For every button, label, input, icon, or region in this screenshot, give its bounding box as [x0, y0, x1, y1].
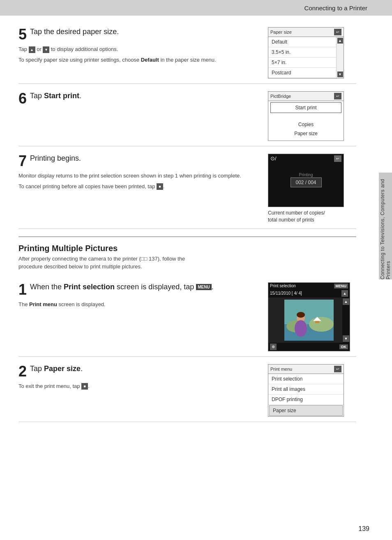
step-5-heading: 5 Tap the desired paper size. — [18, 27, 260, 42]
paper-size-back-btn[interactable]: ↩ — [334, 29, 341, 35]
step-7-line-2: To cancel printing before all copies hav… — [18, 182, 260, 191]
step-7-section: 7 Printing begins. Monitor display retur… — [18, 146, 356, 229]
step-1b-line-1: The Print menu screen is displayed. — [18, 300, 260, 309]
ps-date: Print selection — [270, 284, 296, 288]
print-menu-title: Print menu — [270, 367, 292, 372]
main-content: 5 Tap the desired paper size. Tap ▲ or ▼… — [0, 16, 379, 438]
paper-size-screen-wrapper: Paper size ↩ Default 3.5×5 in. 5×7 in. P… — [268, 27, 356, 78]
copies-item[interactable]: Copies — [268, 120, 344, 129]
menu-btn-inline: MENU — [196, 284, 211, 290]
ps-up-btn[interactable]: ▲ — [341, 290, 348, 297]
step-2b-section: 2 Tap Paper size. To exit the print menu… — [18, 357, 356, 422]
cancel-icon: ■ — [157, 183, 163, 190]
ps-zoom-btn[interactable]: ⊕ — [270, 344, 277, 350]
ps-ok-btn[interactable]: OK — [339, 344, 348, 349]
exit-icon: ■ — [81, 383, 88, 390]
ps-right-sidebar: ▲ ▼ — [342, 298, 350, 343]
ps-image-svg — [284, 300, 334, 341]
step-1b-number: 1 — [18, 282, 27, 297]
ps-sidebar-down[interactable]: ▼ — [343, 335, 349, 342]
start-print-item[interactable]: Start print — [270, 102, 341, 113]
svg-point-7 — [295, 320, 307, 337]
step-1b-heading: 1 When the Print selection screen is dis… — [18, 282, 260, 297]
paper-size-postcard[interactable]: Postcard — [268, 68, 336, 78]
print-menu-back-btn[interactable]: ↩ — [334, 366, 341, 372]
step-6-heading: 6 Tap Start print. — [18, 91, 260, 106]
step-5-body: Tap ▲ or ▼ to display additional options… — [18, 45, 260, 64]
ps-date-row: 15/11/2010 [ 4/ 4] ▲ — [268, 289, 350, 298]
page-number: 139 — [358, 525, 369, 533]
printing-label: Printing — [299, 173, 313, 177]
printing-back-btn[interactable]: ↩ — [334, 155, 341, 162]
section-divider — [18, 236, 356, 237]
paper-size-items: Default 3.5×5 in. 5×7 in. Postcard — [268, 37, 336, 78]
paper-size-screen: Paper size ↩ Default 3.5×5 in. 5×7 in. P… — [268, 27, 344, 78]
print-menu-header: Print menu ↩ — [268, 365, 344, 374]
pm-print-selection[interactable]: Print selection — [268, 374, 344, 384]
step-6-number: 6 — [18, 91, 27, 106]
printing-counter: 002 / 004 — [290, 178, 321, 187]
ps-footer: ⊕ OK — [268, 343, 350, 351]
camera-status-icon: ⊙/ — [270, 155, 277, 162]
ps-date-value: 15/11/2010 [ 4/ 4] — [270, 291, 302, 295]
print-menu-screen: Print menu ↩ Print selection Print all i… — [268, 364, 344, 417]
svg-point-8 — [297, 312, 305, 318]
pictbridge-screen: PictBridge ↩ Start print Copies Paper si… — [268, 91, 344, 141]
section-title: Printing Multiple Pictures — [18, 244, 356, 253]
step-1b-section: 1 When the Print selection screen is dis… — [18, 275, 356, 357]
scroll-up-arrow[interactable]: ▲ — [337, 38, 343, 44]
step-7-body: Monitor display returns to the print sel… — [18, 172, 260, 190]
svg-rect-5 — [315, 321, 319, 323]
paper-size-screen-header: Paper size ↩ — [268, 28, 344, 37]
step-2b-right: Print menu ↩ Print selection Print all i… — [268, 364, 356, 417]
right-tab-label: Connecting to Televisions, Computers and… — [380, 173, 391, 279]
up-icon: ▲ — [29, 46, 35, 53]
pm-dpof[interactable]: DPOF printing — [268, 395, 344, 405]
step-5-body-line-2: To specify paper size using printer sett… — [18, 56, 260, 64]
step-7-heading: 7 Printing begins. — [18, 154, 260, 168]
right-side-tab: Connecting to Televisions, Computers and… — [379, 173, 392, 279]
step-7-right: ⊙/ ↩ Printing 002 / 004 Current number o… — [268, 154, 356, 224]
ps-header: Print selection MENU — [268, 283, 350, 289]
step-6-right: PictBridge ↩ Start print Copies Paper si… — [268, 91, 356, 141]
step-5-section: 5 Tap the desired paper size. Tap ▲ or ▼… — [18, 20, 356, 84]
ps-header-left: Print selection — [270, 284, 296, 288]
step-2b-left: 2 Tap Paper size. To exit the print menu… — [18, 364, 260, 417]
step-5-right: Paper size ↩ Default 3.5×5 in. 5×7 in. P… — [268, 27, 356, 78]
paper-size-5x7[interactable]: 5×7 in. — [268, 58, 336, 68]
print-selection-screen: Print selection MENU 15/11/2010 [ 4/ 4] … — [268, 282, 350, 351]
step-7-line-1: Monitor display returns to the print sel… — [18, 172, 260, 180]
svg-point-3 — [309, 317, 334, 332]
step-1b-right: Print selection MENU 15/11/2010 [ 4/ 4] … — [268, 282, 356, 351]
step-5-body-line-1: Tap ▲ or ▼ to display additional options… — [18, 45, 260, 53]
down-icon: ▼ — [43, 46, 49, 53]
header-title: Connecting to a Printer — [304, 5, 367, 12]
pictbridge-title: PictBridge — [270, 94, 291, 99]
section-intro: After properly connecting the camera to … — [18, 255, 356, 271]
header-bar: Connecting to a Printer — [0, 0, 392, 16]
step-5-left: 5 Tap the desired paper size. Tap ▲ or ▼… — [18, 27, 260, 78]
step-2b-heading: 2 Tap Paper size. — [18, 364, 260, 379]
pm-print-all[interactable]: Print all images — [268, 384, 344, 395]
step-6-left: 6 Tap Start print. — [18, 91, 260, 141]
papersize-item[interactable]: Paper size — [268, 129, 344, 138]
printing-top-bar: ⊙/ ↩ — [268, 154, 344, 163]
step-6-section: 6 Tap Start print. PictBridge ↩ Start pr… — [18, 84, 356, 146]
paper-size-body: Default 3.5×5 in. 5×7 in. Postcard ▲ ▼ — [268, 37, 344, 78]
ps-menu-btn[interactable]: MENU — [334, 284, 348, 288]
step-5-number: 5 — [18, 27, 27, 42]
step-7-number: 7 — [18, 154, 27, 168]
step-1b-left: 1 When the Print selection screen is dis… — [18, 282, 260, 351]
pictbridge-header: PictBridge ↩ — [268, 92, 344, 101]
scroll-down-arrow[interactable]: ▼ — [337, 72, 343, 77]
printing-screen: ⊙/ ↩ Printing 002 / 004 — [268, 154, 344, 207]
step-2b-body: To exit the print menu, tap ■. — [18, 382, 260, 390]
paper-size-default[interactable]: Default — [268, 37, 336, 47]
paper-size-scrollbar: ▲ ▼ — [336, 37, 344, 78]
paper-size-3x5[interactable]: 3.5×5 in. — [268, 47, 336, 58]
paper-size-title: Paper size — [270, 30, 292, 35]
pictbridge-back-btn[interactable]: ↩ — [334, 93, 341, 99]
ps-sidebar-up[interactable]: ▲ — [343, 298, 349, 305]
step-2b-line-1: To exit the print menu, tap ■. — [18, 382, 260, 390]
pm-paper-size[interactable]: Paper size — [269, 405, 343, 416]
